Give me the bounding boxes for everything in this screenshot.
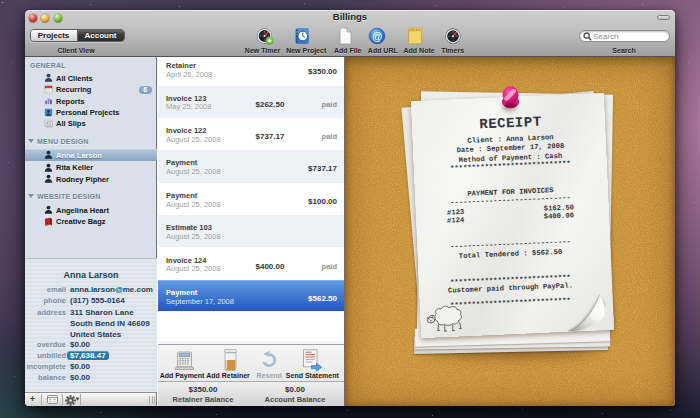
svg-text:@: @ <box>372 29 382 41</box>
